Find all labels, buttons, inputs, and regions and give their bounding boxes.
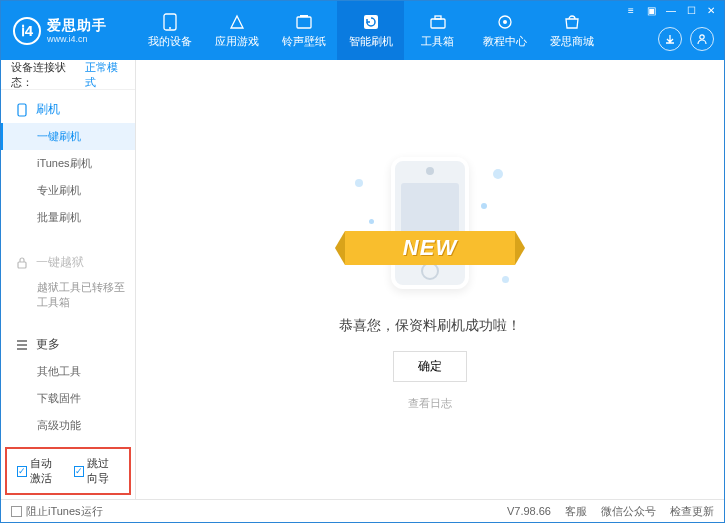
tab-label: 铃声壁纸 bbox=[282, 34, 326, 49]
svg-point-1 bbox=[169, 27, 171, 29]
phone-icon bbox=[160, 13, 180, 31]
version-label: V7.98.66 bbox=[507, 505, 551, 517]
wallet-icon bbox=[294, 13, 314, 31]
skin-icon[interactable]: ▣ bbox=[642, 3, 660, 17]
app-title: 爱思助手 bbox=[47, 17, 107, 34]
menu-icon[interactable]: ≡ bbox=[622, 3, 640, 17]
flash-title: 刷机 bbox=[36, 101, 60, 118]
tab-label: 爱思商城 bbox=[550, 34, 594, 49]
device-info[interactable]: iPhone 12 mini 64GB Down-12mini-13,1 bbox=[1, 497, 135, 499]
conn-label: 设备连接状态： bbox=[11, 60, 81, 90]
checkbox-skip-guide[interactable]: ✓ 跳过向导 bbox=[74, 456, 119, 486]
chk-label: 跳过向导 bbox=[87, 456, 119, 486]
lock-icon bbox=[15, 257, 29, 269]
checkbox-icon: ✓ bbox=[17, 466, 27, 477]
sidebar-item-other-tools[interactable]: 其他工具 bbox=[1, 358, 135, 385]
sidebar-more-header[interactable]: 更多 bbox=[1, 331, 135, 358]
checkbox-icon bbox=[11, 506, 22, 517]
ok-button[interactable]: 确定 bbox=[393, 351, 467, 382]
svg-rect-6 bbox=[435, 16, 441, 19]
options-highlight-box: ✓ 自动激活 ✓ 跳过向导 bbox=[5, 447, 131, 495]
tab-label: 教程中心 bbox=[483, 34, 527, 49]
store-icon bbox=[562, 13, 582, 31]
logo-area: ⅰ4 爱思助手 www.i4.cn bbox=[1, 1, 136, 60]
new-text: NEW bbox=[403, 235, 457, 261]
tab-store[interactable]: 爱思商城 bbox=[538, 1, 605, 60]
tab-label: 智能刷机 bbox=[349, 34, 393, 49]
toolbox-icon bbox=[428, 13, 448, 31]
apps-icon bbox=[227, 13, 247, 31]
sidebar-flash-header[interactable]: 刷机 bbox=[1, 96, 135, 123]
tab-label: 我的设备 bbox=[148, 34, 192, 49]
refresh-icon bbox=[361, 13, 381, 31]
svg-rect-10 bbox=[18, 104, 26, 116]
user-icon[interactable] bbox=[690, 27, 714, 51]
tab-label: 应用游戏 bbox=[215, 34, 259, 49]
tab-label: 工具箱 bbox=[421, 34, 454, 49]
checkbox-icon: ✓ bbox=[74, 466, 84, 477]
jailbreak-title: 一键越狱 bbox=[36, 254, 84, 271]
tab-toolbox[interactable]: 工具箱 bbox=[404, 1, 471, 60]
svg-rect-5 bbox=[431, 19, 445, 28]
success-message: 恭喜您，保资料刷机成功啦！ bbox=[339, 317, 521, 335]
checkbox-block-itunes[interactable]: 阻止iTunes运行 bbox=[11, 504, 103, 519]
svg-rect-3 bbox=[300, 15, 308, 17]
close-icon[interactable]: ✕ bbox=[702, 3, 720, 17]
more-title: 更多 bbox=[36, 336, 60, 353]
main-content: NEW 恭喜您，保资料刷机成功啦！ 确定 查看日志 bbox=[136, 60, 724, 499]
phone-icon bbox=[15, 103, 29, 117]
footer: 阻止iTunes运行 V7.98.66 客服 微信公众号 检查更新 bbox=[1, 499, 724, 522]
success-illustration: NEW bbox=[345, 149, 515, 299]
svg-rect-11 bbox=[18, 262, 26, 268]
footer-service-link[interactable]: 客服 bbox=[565, 504, 587, 519]
download-icon[interactable] bbox=[658, 27, 682, 51]
chk-label: 自动激活 bbox=[30, 456, 62, 486]
minimize-icon[interactable]: — bbox=[662, 3, 680, 17]
footer-wechat-link[interactable]: 微信公众号 bbox=[601, 504, 656, 519]
view-log-link[interactable]: 查看日志 bbox=[408, 396, 452, 411]
sidebar-item-download-firmware[interactable]: 下载固件 bbox=[1, 385, 135, 412]
tab-ringtone-wallpaper[interactable]: 铃声壁纸 bbox=[270, 1, 337, 60]
tab-smart-flash[interactable]: 智能刷机 bbox=[337, 1, 404, 60]
connection-status: 设备连接状态： 正常模式 bbox=[1, 60, 135, 90]
sidebar-item-advanced[interactable]: 高级功能 bbox=[1, 412, 135, 439]
sidebar: 设备连接状态： 正常模式 刷机 一键刷机 iTunes刷机 专业刷机 批量刷机 … bbox=[1, 60, 136, 499]
tab-my-device[interactable]: 我的设备 bbox=[136, 1, 203, 60]
header-right-buttons bbox=[658, 27, 714, 51]
tab-tutorial[interactable]: 教程中心 bbox=[471, 1, 538, 60]
block-itunes-label: 阻止iTunes运行 bbox=[26, 504, 103, 519]
footer-update-link[interactable]: 检查更新 bbox=[670, 504, 714, 519]
app-header: ⅰ4 爱思助手 www.i4.cn 我的设备 应用游戏 铃声壁纸 智能刷机 工具… bbox=[1, 1, 724, 60]
checkbox-auto-activate[interactable]: ✓ 自动激活 bbox=[17, 456, 62, 486]
book-icon bbox=[495, 13, 515, 31]
new-banner: NEW bbox=[345, 231, 515, 265]
svg-rect-2 bbox=[297, 17, 311, 28]
window-controls: ≡ ▣ — ☐ ✕ bbox=[622, 3, 720, 17]
tab-apps-games[interactable]: 应用游戏 bbox=[203, 1, 270, 60]
sidebar-jailbreak-header: 一键越狱 bbox=[1, 249, 135, 276]
app-url: www.i4.cn bbox=[47, 34, 107, 45]
svg-point-9 bbox=[700, 35, 704, 39]
maximize-icon[interactable]: ☐ bbox=[682, 3, 700, 17]
jailbreak-note: 越狱工具已转移至工具箱 bbox=[1, 276, 135, 313]
sidebar-item-oneclick-flash[interactable]: 一键刷机 bbox=[1, 123, 135, 150]
sidebar-item-pro-flash[interactable]: 专业刷机 bbox=[1, 177, 135, 204]
list-icon bbox=[15, 340, 29, 350]
sidebar-item-itunes-flash[interactable]: iTunes刷机 bbox=[1, 150, 135, 177]
conn-mode: 正常模式 bbox=[85, 60, 125, 90]
logo-icon: ⅰ4 bbox=[13, 17, 41, 45]
svg-point-8 bbox=[503, 20, 507, 24]
svg-rect-4 bbox=[364, 15, 378, 29]
sidebar-item-batch-flash[interactable]: 批量刷机 bbox=[1, 204, 135, 231]
